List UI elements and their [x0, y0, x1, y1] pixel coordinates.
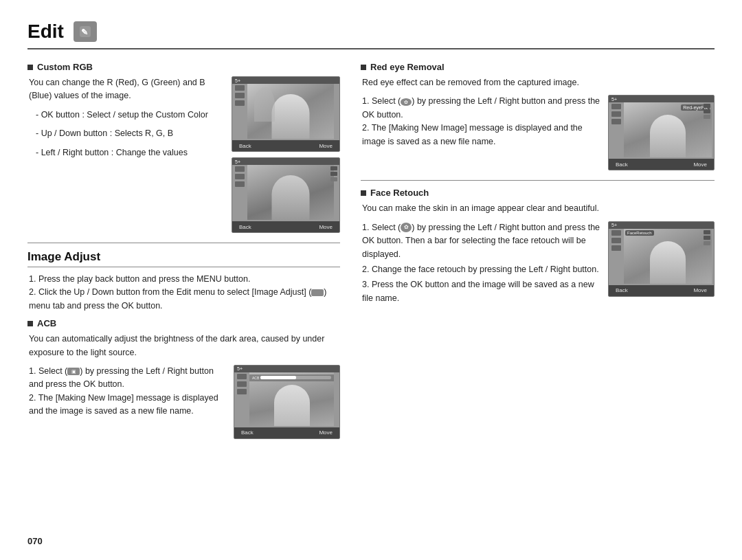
acb-camera-image: 5+ ACB	[234, 365, 340, 439]
custom-rgb-section: Custom RGB You can change the R (Red), G…	[27, 62, 340, 233]
acb-section: ACB You can automatically adjust the bri…	[27, 318, 340, 439]
image-adjust-heading: Image Adjust	[27, 250, 340, 264]
face-retouch-title: Face Retouch	[361, 188, 715, 198]
red-eye-steps: 1. Select (✿) by pressing the Left / Rig…	[361, 95, 601, 148]
custom-rgb-title: Custom RGB	[27, 62, 340, 72]
page: Edit ✎ Custom RGB You can change the	[0, 0, 742, 560]
left-column: Custom RGB You can change the R (Red), G…	[27, 62, 340, 439]
red-eye-section: Red eye Removal Red eye effect can be re…	[361, 62, 715, 170]
acb-content-row: 1. Select (▣) by pressing the Left / Rig…	[27, 365, 340, 439]
page-number: 070	[27, 536, 43, 546]
custom-rgb-images: 5+	[232, 76, 340, 233]
acb-title: ACB	[27, 318, 340, 328]
face-retouch-cam-label: FaceRetouch	[625, 230, 654, 236]
red-eye-bullet-icon	[361, 65, 366, 70]
acb-steps: 1. Select (▣) by pressing the Left / Rig…	[27, 365, 227, 418]
page-header: Edit ✎	[27, 21, 715, 49]
acb-step-1: 1. Select (▣) by pressing the Left / Rig…	[29, 365, 227, 392]
face-retouch-step-1: 1. Select (✿) by pressing the Left / Rig…	[362, 221, 601, 261]
custom-rgb-text: You can change the R (Red), G (Green) an…	[27, 76, 225, 165]
image-adjust-step-2: 2. Click the Up / Down button from the E…	[29, 286, 340, 313]
camera-image-1: 5+	[232, 76, 340, 152]
red-eye-content-row: 1. Select (✿) by pressing the Left / Rig…	[361, 95, 715, 170]
acb-bullet-icon	[27, 321, 33, 326]
image-adjust-step-1: 1. Press the play back button and press …	[29, 273, 340, 286]
custom-rgb-instruction-3: - Left / Right button : Change the value…	[36, 146, 225, 159]
red-eye-description: Red eye effect can be removed from the c…	[362, 76, 715, 89]
red-eye-title: Red eye Removal	[361, 62, 715, 72]
page-title: Edit ✎	[27, 21, 97, 43]
face-retouch-steps: 1. Select (✿) by pressing the Left / Rig…	[361, 221, 601, 305]
red-eye-step-2: 2. The [Making New Image] message is dis…	[362, 122, 601, 148]
svg-text:✎: ✎	[81, 27, 88, 37]
custom-rgb-instruction-2: - Up / Down button : Selects R, G, B	[36, 127, 225, 140]
acb-step-2: 2. The [Making New Image] message is dis…	[29, 392, 227, 418]
face-retouch-section: Face Retouch You can make the skin in an…	[361, 188, 715, 305]
red-eye-camera-image: 5+ Red-eyeFix	[608, 95, 715, 170]
bullet-icon	[27, 65, 33, 70]
face-retouch-content-row: 1. Select (✿) by pressing the Left / Rig…	[361, 221, 715, 305]
face-retouch-bullet-icon	[361, 190, 366, 196]
custom-rgb-instruction-1: - OK button : Select / setup the Custom …	[36, 109, 225, 122]
right-column: Red eye Removal Red eye effect can be re…	[361, 62, 715, 439]
acb-description: You can automatically adjust the brightn…	[29, 333, 340, 359]
title-text: Edit	[27, 21, 64, 43]
edit-icon: ✎	[74, 21, 97, 42]
section-divider	[27, 243, 340, 243]
face-retouch-step-3: 3. Press the OK button and the image wil…	[362, 278, 601, 305]
main-content: Custom RGB You can change the R (Red), G…	[27, 62, 715, 439]
image-adjust-divider	[27, 267, 340, 267]
face-retouch-description: You can make the skin in an image appear…	[362, 202, 715, 215]
custom-rgb-description: You can change the R (Red), G (Green) an…	[29, 76, 225, 103]
image-adjust-section: Image Adjust 1. Press the play back butt…	[27, 250, 340, 439]
red-eye-step-1: 1. Select (✿) by pressing the Left / Rig…	[362, 95, 601, 122]
face-retouch-camera-image: 5+ FaceRetouch	[608, 221, 715, 297]
right-divider	[361, 180, 715, 181]
face-retouch-step-2: 2. Change the face retouch by pressing t…	[362, 263, 601, 276]
camera-image-2: 5+	[232, 157, 340, 233]
